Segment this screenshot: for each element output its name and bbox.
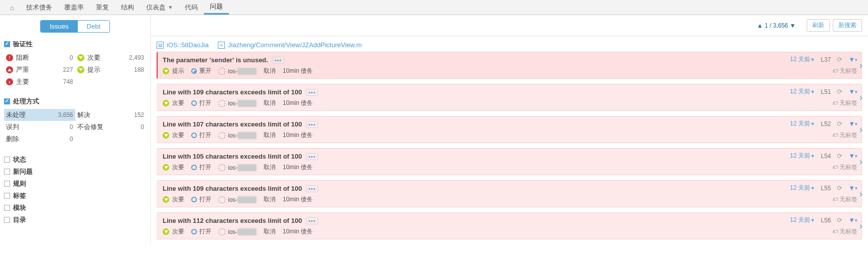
issue-status[interactable]: 打开 (191, 163, 211, 172)
issue-item[interactable]: Line with 109 characters exceeds limit o… (157, 84, 862, 111)
breadcrumb-project-link[interactable]: iOS::58DaoJia (167, 41, 209, 49)
issue-tags[interactable]: 无标签 (832, 163, 857, 172)
changelog-icon[interactable]: ⟳ (837, 120, 842, 128)
severity-critical[interactable]: 严重227 (4, 64, 75, 76)
issue-action-cancel[interactable]: 取消 (264, 195, 276, 204)
chevron-right-icon[interactable]: › (859, 92, 862, 103)
breadcrumb-file[interactable]: ≡ Jiazheng/Comment/View/JZAddPictureView… (218, 41, 362, 49)
issue-action-cancel[interactable]: 取消 (264, 99, 276, 107)
issue-age[interactable]: 12 天前 ▼ (790, 87, 815, 96)
severity-major[interactable]: ›主要748 (4, 76, 75, 88)
issue-assignee[interactable]: ios-xxxxx (218, 68, 257, 75)
issue-assignee[interactable]: ios-xxxxx (218, 100, 257, 107)
issue-tags[interactable]: 无标签 (832, 195, 857, 204)
issue-severity[interactable]: 次要 (163, 99, 184, 107)
facet-collapsed[interactable]: 新问题 (4, 167, 146, 176)
issue-age[interactable]: 12 天前 ▼ (790, 184, 815, 192)
breadcrumb-file-link[interactable]: Jiazheng/Comment/View/JZAddPictureView.m (228, 41, 362, 49)
facet-collapsed[interactable]: 规则 (4, 179, 146, 188)
chevron-right-icon[interactable]: › (859, 189, 862, 199)
issue-tags[interactable]: 无标签 (832, 227, 857, 236)
issue-item[interactable]: Line with 109 characters exceeds limit o… (157, 180, 862, 207)
new-search-button[interactable]: 新搜索 (833, 19, 862, 32)
issue-item[interactable]: The parameter 'sender' is unused.•••提示重开… (157, 52, 862, 79)
issue-severity[interactable]: 次要 (163, 163, 184, 172)
severity-minor[interactable]: 次要2,493 (75, 52, 147, 64)
issue-status[interactable]: 重开 (191, 67, 211, 75)
nav-tab-6[interactable]: 问题 (204, 0, 229, 15)
filter-icon[interactable]: ▼ (848, 56, 855, 63)
issue-status[interactable]: 打开 (191, 195, 211, 204)
more-icon[interactable]: ••• (306, 121, 318, 128)
resolution-item[interactable]: 误判0 (4, 121, 75, 133)
more-icon[interactable]: ••• (272, 57, 285, 64)
breadcrumb-project[interactable]: ▤ iOS::58DaoJia (157, 41, 209, 49)
issue-assignee[interactable]: ios-xxxxx (218, 196, 257, 203)
issue-status[interactable]: 打开 (191, 227, 211, 236)
more-icon[interactable]: ••• (306, 185, 318, 192)
issue-item[interactable]: Line with 107 characters exceeds limit o… (157, 116, 862, 143)
issue-assignee[interactable]: ios-xxxxx (218, 228, 257, 235)
resolution-item[interactable]: 删除0 (4, 133, 75, 145)
nav-tab-4[interactable]: 仪表盘▼ (140, 0, 179, 15)
chevron-right-icon[interactable]: › (859, 221, 862, 231)
severity-info[interactable]: 提示188 (75, 64, 147, 76)
filter-icon[interactable]: ▼ (848, 120, 855, 128)
issue-tags[interactable]: 无标签 (832, 99, 857, 107)
filter-icon[interactable]: ▼ (848, 88, 855, 95)
issue-action-cancel[interactable]: 取消 (264, 163, 276, 172)
facet-collapsed[interactable]: 标签 (4, 191, 146, 200)
nav-tab-0[interactable]: 技术债务 (20, 0, 58, 15)
issue-status[interactable]: 打开 (191, 131, 211, 140)
issue-tags[interactable]: 无标签 (832, 67, 857, 75)
facet-resolution-title[interactable]: 处理方式 (4, 97, 146, 106)
severity-blocker[interactable]: !阻断0 (4, 52, 75, 64)
chevron-right-icon[interactable]: › (859, 60, 862, 71)
changelog-icon[interactable]: ⟳ (837, 216, 842, 224)
more-icon[interactable]: ••• (306, 217, 318, 224)
issue-status[interactable]: 打开 (191, 99, 211, 107)
resolution-item[interactable]: 解决152 (75, 109, 147, 121)
issue-item[interactable]: Line with 112 characters exceeds limit o… (157, 212, 862, 239)
issue-age[interactable]: 12 天前 ▼ (790, 119, 815, 128)
more-icon[interactable]: ••• (306, 89, 318, 96)
facet-severity-title[interactable]: 验证性 (4, 40, 146, 49)
issue-age[interactable]: 12 天前 ▼ (790, 216, 815, 224)
facet-collapsed[interactable]: 模块 (4, 203, 146, 212)
nav-tab-5[interactable]: 代码 (179, 0, 204, 15)
issue-tags[interactable]: 无标签 (832, 131, 857, 140)
resolution-item[interactable]: 不会修复0 (75, 121, 147, 133)
issue-severity[interactable]: 次要 (163, 227, 184, 236)
filter-icon[interactable]: ▼ (848, 184, 855, 192)
issue-age[interactable]: 12 天前 ▼ (790, 55, 815, 64)
nav-tab-1[interactable]: 覆盖率 (58, 0, 90, 15)
filter-icon[interactable]: ▼ (848, 152, 855, 160)
changelog-icon[interactable]: ⟳ (837, 88, 842, 95)
facet-collapsed[interactable]: 状态 (4, 155, 146, 164)
filter-icon[interactable]: ▼ (848, 216, 855, 224)
issue-action-cancel[interactable]: 取消 (264, 227, 276, 236)
issue-assignee[interactable]: ios-xxxxx (218, 132, 257, 139)
issue-action-cancel[interactable]: 取消 (264, 67, 276, 75)
nav-tab-2[interactable]: 重复 (90, 0, 115, 15)
nav-tab-3[interactable]: 结构 (115, 0, 140, 15)
toggle-issues[interactable]: Issues (41, 21, 78, 32)
changelog-icon[interactable]: ⟳ (837, 152, 842, 160)
issue-severity[interactable]: 次要 (163, 195, 184, 204)
issue-severity[interactable]: 次要 (163, 131, 184, 140)
issue-action-cancel[interactable]: 取消 (264, 131, 276, 140)
issue-age[interactable]: 12 天前 ▼ (790, 152, 815, 160)
refresh-button[interactable]: 刷新 (807, 19, 830, 32)
more-icon[interactable]: ••• (306, 153, 318, 160)
chevron-right-icon[interactable]: › (859, 124, 862, 135)
changelog-icon[interactable]: ⟳ (837, 184, 842, 192)
resolution-item[interactable]: 未处理3,656 (4, 109, 75, 121)
issue-severity[interactable]: 提示 (163, 67, 184, 75)
paging-indicator[interactable]: ▲ 1 / 3,656 ▼ (757, 22, 796, 29)
toggle-debt[interactable]: Debt (78, 21, 109, 32)
issue-item[interactable]: Line with 105 characters exceeds limit o… (157, 148, 862, 175)
nav-home[interactable]: ⌂ (4, 0, 20, 15)
chevron-right-icon[interactable]: › (859, 157, 862, 167)
issue-assignee[interactable]: ios-xxxxx (218, 164, 257, 171)
changelog-icon[interactable]: ⟳ (837, 56, 842, 63)
